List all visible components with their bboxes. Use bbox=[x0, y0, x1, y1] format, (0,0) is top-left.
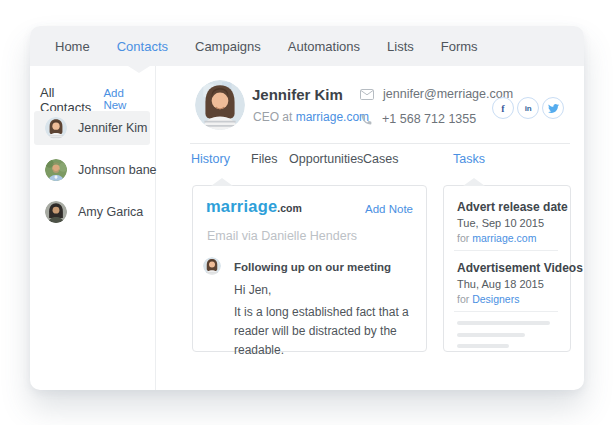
nav-item-automations[interactable]: Automations bbox=[288, 39, 360, 54]
message-title: Following up on our meeting bbox=[234, 261, 391, 273]
contact-role: CEO at marriage.com bbox=[253, 110, 369, 124]
tasks-card-notch bbox=[463, 178, 485, 186]
nav-item-home[interactable]: Home bbox=[55, 39, 90, 54]
twitter-button[interactable] bbox=[542, 97, 564, 119]
contact-name: Amy Garica bbox=[78, 205, 143, 219]
skeleton-line bbox=[457, 344, 509, 348]
twitter-icon bbox=[548, 103, 559, 114]
tab-history[interactable]: History bbox=[191, 152, 230, 166]
company-logo: marriage.com bbox=[206, 197, 302, 216]
task-divider bbox=[454, 311, 558, 312]
logo-text: marriage bbox=[206, 197, 277, 215]
tab-cases[interactable]: Cases bbox=[363, 152, 398, 166]
sidebar: All Contacts Add New Jennifer Kim Johnso… bbox=[30, 66, 156, 390]
history-card: marriage.com Add Note Email via Danielle… bbox=[192, 185, 427, 352]
logo-suffix: .com bbox=[277, 202, 302, 214]
contact-email-row: jennifer@merriage.com bbox=[360, 87, 513, 101]
sidebar-header: All Contacts Add New bbox=[30, 66, 155, 115]
tab-tasks[interactable]: Tasks bbox=[453, 152, 485, 166]
message-body: It is a long established fact that a rea… bbox=[234, 303, 419, 361]
message-greeting: Hi Jen, bbox=[234, 283, 271, 297]
contact-name: Jennifer Kim bbox=[78, 121, 147, 135]
for-label: for bbox=[457, 293, 469, 305]
contact-profile-avatar bbox=[195, 80, 245, 130]
contact-list-item-jennifer-kim[interactable]: Jennifer Kim bbox=[34, 111, 150, 145]
contact-list-item-johnson-bane[interactable]: Johnson bane bbox=[34, 153, 150, 187]
task-for: for marriage.com bbox=[457, 232, 536, 244]
nav-item-lists[interactable]: Lists bbox=[387, 39, 414, 54]
for-label: for bbox=[457, 232, 469, 244]
task-for-link[interactable]: marriage.com bbox=[472, 232, 536, 244]
company-link[interactable]: marriage.com bbox=[296, 110, 369, 124]
contact-name: Johnson bane bbox=[78, 163, 157, 177]
nav-item-contacts[interactable]: Contacts bbox=[117, 39, 168, 54]
nav-item-campaigns[interactable]: Campaigns bbox=[195, 39, 261, 54]
top-nav: Home Contacts Campaigns Automations List… bbox=[30, 26, 584, 66]
contact-phone: +1 568 712 1355 bbox=[382, 112, 476, 126]
email-icon bbox=[360, 89, 374, 100]
task-date: Tue, Sep 10 2015 bbox=[457, 217, 544, 229]
tab-opportunities[interactable]: Opportunities bbox=[289, 152, 363, 166]
contact-profile-name: Jennifer Kim bbox=[252, 86, 343, 103]
task-title: Advertisement Videos bbox=[457, 261, 583, 275]
email-via-input[interactable]: Email via Danielle Henders bbox=[207, 229, 357, 243]
main-content: Jennifer Kim CEO at marriage.com jennife… bbox=[156, 66, 584, 390]
skeleton-line bbox=[457, 321, 550, 325]
task-for-link[interactable]: Designers bbox=[472, 293, 519, 305]
linkedin-icon: in bbox=[525, 104, 532, 113]
linkedin-button[interactable]: in bbox=[517, 97, 539, 119]
task-title: Advert release date bbox=[457, 200, 568, 214]
task-date: Thu, Aug 18 2015 bbox=[457, 278, 544, 290]
role-prefix: CEO at bbox=[253, 110, 292, 124]
social-buttons: f in bbox=[492, 97, 564, 119]
contact-avatar-amy bbox=[45, 201, 67, 223]
tab-files[interactable]: Files bbox=[251, 152, 277, 166]
add-note-link[interactable]: Add Note bbox=[365, 203, 413, 215]
task-for: for Designers bbox=[457, 293, 519, 305]
tasks-card: Advert release date Tue, Sep 10 2015 for… bbox=[443, 185, 571, 352]
contact-phone-row: +1 568 712 1355 bbox=[360, 112, 476, 126]
app-window: Home Contacts Campaigns Automations List… bbox=[30, 26, 584, 390]
facebook-button[interactable]: f bbox=[492, 97, 514, 119]
message-author-avatar bbox=[203, 257, 221, 275]
history-card-notch bbox=[211, 178, 233, 186]
header-divider bbox=[190, 143, 570, 144]
contact-avatar-johnson bbox=[45, 159, 67, 181]
facebook-icon: f bbox=[501, 103, 504, 114]
skeleton-line bbox=[457, 333, 525, 337]
phone-icon bbox=[360, 113, 373, 126]
contact-avatar-jennifer bbox=[45, 117, 67, 139]
contact-list-item-amy-garica[interactable]: Amy Garica bbox=[34, 195, 150, 229]
add-new-link[interactable]: Add New bbox=[103, 87, 146, 111]
nav-item-forms[interactable]: Forms bbox=[441, 39, 478, 54]
task-divider bbox=[454, 250, 558, 251]
